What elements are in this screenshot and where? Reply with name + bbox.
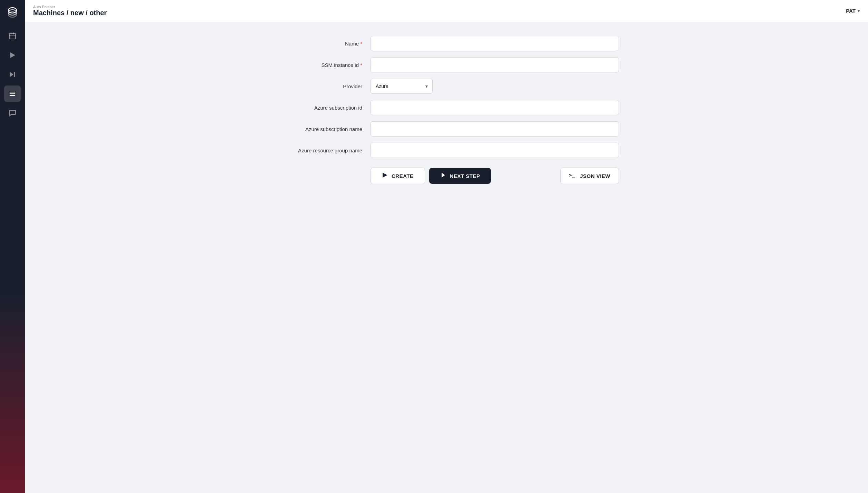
azure-sub-name-row: Azure subscription name <box>274 121 619 137</box>
azure-sub-name-label: Azure subscription name <box>274 126 371 132</box>
azure-resource-group-label: Azure resource group name <box>274 148 371 153</box>
azure-resource-group-input[interactable] <box>371 143 619 158</box>
name-input[interactable] <box>371 36 619 51</box>
sidebar-item-skip[interactable] <box>4 66 21 83</box>
ssm-input[interactable] <box>371 57 619 72</box>
sidebar-item-list[interactable] <box>4 85 21 102</box>
next-step-button[interactable]: NEXT STEP <box>429 168 491 184</box>
breadcrumb: Machines / new / other <box>33 9 107 17</box>
azure-sub-name-input[interactable] <box>371 121 619 137</box>
azure-sub-id-row: Azure subscription id <box>274 100 619 115</box>
user-name: PAT <box>846 8 856 14</box>
sidebar-item-calendar[interactable] <box>4 28 21 44</box>
name-row: Name * <box>274 36 619 51</box>
buttons-row: CREATE NEXT STEP >_ <box>274 168 619 184</box>
app-name: Auto Patcher <box>33 5 107 9</box>
svg-marker-13 <box>383 173 387 178</box>
main-area: Auto Patcher Machines / new / other PAT … <box>25 0 868 493</box>
ssm-row: SSM instance id * <box>274 57 619 72</box>
content-area: Name * SSM instance id * Provider Azure <box>25 22 868 493</box>
svg-marker-8 <box>10 72 13 77</box>
json-view-button[interactable]: >_ JSON VIEW <box>560 168 619 184</box>
app-logo[interactable] <box>6 6 19 19</box>
svg-rect-9 <box>14 72 15 77</box>
provider-select[interactable]: Azure AWS GCP Other <box>371 79 433 94</box>
svg-rect-3 <box>9 33 16 39</box>
svg-marker-14 <box>442 173 445 178</box>
ssm-label: SSM instance id * <box>274 62 371 68</box>
sidebar-item-chat[interactable] <box>4 105 21 121</box>
azure-sub-id-label: Azure subscription id <box>274 105 371 111</box>
provider-row: Provider Azure AWS GCP Other ▾ <box>274 79 619 94</box>
json-view-icon: >_ <box>569 172 576 180</box>
create-button[interactable]: CREATE <box>371 168 425 184</box>
create-icon <box>382 172 388 180</box>
sidebar <box>0 0 25 493</box>
svg-text:>_: >_ <box>569 172 575 178</box>
sidebar-item-play[interactable] <box>4 47 21 63</box>
chevron-down-icon: ▾ <box>858 9 860 13</box>
header-left: Auto Patcher Machines / new / other <box>33 5 107 17</box>
azure-resource-group-row: Azure resource group name <box>274 143 619 158</box>
user-menu[interactable]: PAT ▾ <box>846 8 860 14</box>
next-step-icon <box>440 172 446 180</box>
header: Auto Patcher Machines / new / other PAT … <box>25 0 868 22</box>
provider-select-wrapper: Azure AWS GCP Other ▾ <box>371 79 433 94</box>
azure-sub-id-input[interactable] <box>371 100 619 115</box>
name-label: Name * <box>274 41 371 47</box>
form-container: Name * SSM instance id * Provider Azure <box>274 36 619 184</box>
svg-marker-7 <box>10 52 15 58</box>
provider-label: Provider <box>274 83 371 89</box>
